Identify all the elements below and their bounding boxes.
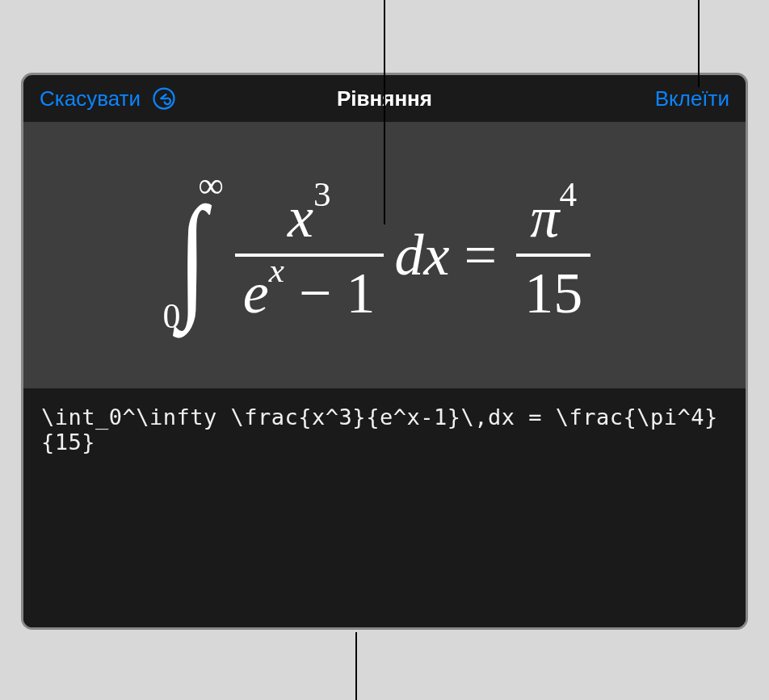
latex-source-input[interactable] bbox=[23, 388, 746, 629]
denominator-base: e bbox=[243, 261, 269, 325]
dx-symbol: dx bbox=[395, 222, 450, 289]
integral-lower-bound: 0 bbox=[162, 299, 187, 334]
denominator-exp: x bbox=[269, 251, 284, 289]
undo-icon[interactable] bbox=[152, 86, 176, 111]
denominator-tail: − 1 bbox=[284, 261, 376, 325]
integral-upper-bound: ∞ bbox=[198, 168, 223, 203]
denominator-right: 15 bbox=[516, 257, 590, 329]
pi-exp: 4 bbox=[559, 175, 577, 213]
equals-sign: = bbox=[464, 222, 498, 289]
integral-sign: ∫ bbox=[179, 207, 207, 304]
pi-symbol: π bbox=[530, 185, 559, 249]
fraction-right: π4 15 bbox=[516, 181, 590, 330]
cancel-button[interactable]: Скасувати bbox=[40, 86, 141, 111]
callout-line-input bbox=[355, 632, 357, 700]
numerator-exp: 3 bbox=[313, 175, 331, 213]
insert-button[interactable]: Вклеїти bbox=[655, 86, 729, 111]
header-left-group: Скасувати bbox=[40, 86, 176, 111]
callout-line-preview bbox=[384, 0, 385, 224]
callout-line-insert bbox=[698, 0, 700, 87]
fraction-left: x3 ex − 1 bbox=[235, 181, 384, 330]
numerator-base: x bbox=[288, 185, 313, 249]
